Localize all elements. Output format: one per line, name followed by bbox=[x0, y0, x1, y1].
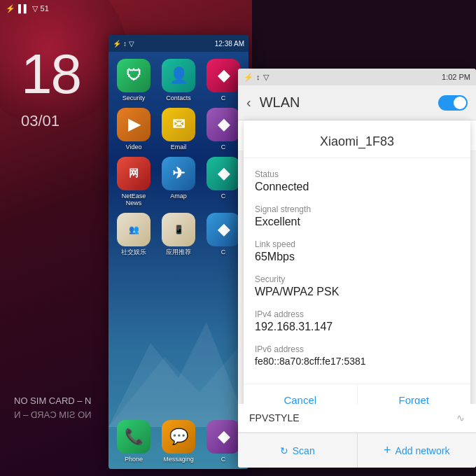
app-c3[interactable]: ◆ C bbox=[204, 157, 243, 208]
contacts-icon-img: 👤 bbox=[162, 59, 195, 92]
signal-icon: ▌▌ bbox=[18, 4, 29, 13]
home-status-bar: ⚡ ↕ ▽ 12:38 AM bbox=[108, 35, 248, 52]
lock-date: 03/01 bbox=[21, 112, 59, 130]
link-speed-row: Link speed 65Mbps bbox=[255, 234, 459, 269]
apps-recommend-label: 应用推荐 bbox=[166, 248, 191, 256]
no-sim-text: NO SIM CARD – N bbox=[14, 396, 92, 406]
wlan-time: 1:02 PM bbox=[442, 73, 470, 81]
status-row: Status Connected bbox=[255, 164, 459, 199]
wlan-bottom-actions: ↻ Scan + Add network bbox=[238, 433, 476, 468]
wifi-detail-body: Status Connected Signal strength Excelle… bbox=[244, 158, 470, 378]
amap-label: Amap bbox=[170, 192, 187, 200]
home-dock: 📞 Phone 💬 Messaging ◆ C bbox=[108, 420, 248, 463]
wlan-header: ‹ WLAN bbox=[238, 85, 476, 120]
add-network-label: Add network bbox=[396, 445, 450, 456]
home-time: 12:38 AM bbox=[215, 40, 244, 48]
ipv6-value: fe80::8a70:8cff:fe17:5381 bbox=[255, 356, 459, 367]
signal-label: Signal strength bbox=[255, 204, 459, 214]
security-label: Security bbox=[122, 94, 146, 102]
ipv4-label: IPv4 address bbox=[255, 309, 459, 319]
link-speed-label: Link speed bbox=[255, 239, 459, 249]
link-speed-value: 65Mbps bbox=[255, 251, 459, 263]
app-messaging[interactable]: 💬 Messaging bbox=[159, 420, 198, 463]
svg-marker-1 bbox=[108, 336, 248, 427]
wlan-panel: ⚡ ↕ ▽ 1:02 PM ‹ WLAN Xiaomi_1F83 ∿ Xiaom… bbox=[238, 69, 476, 468]
phone-icon-img: 📞 bbox=[117, 420, 150, 454]
scan-button[interactable]: ↻ Scan bbox=[238, 433, 358, 468]
add-network-button[interactable]: + Add network bbox=[358, 433, 477, 468]
c5-icon-img: ◆ bbox=[206, 420, 240, 454]
c3-label: C bbox=[221, 192, 226, 200]
wlan-status-icons: ⚡ ↕ ▽ bbox=[244, 73, 269, 82]
c4-label: C bbox=[221, 248, 226, 256]
ipv4-row: IPv4 address 192.168.31.147 bbox=[255, 304, 459, 339]
video-icon-img: ▶ bbox=[117, 108, 150, 141]
security-label: Security bbox=[255, 274, 459, 284]
video-label: Video bbox=[126, 144, 142, 151]
apps-recommend-icon-img: 📱 bbox=[162, 213, 195, 246]
status-value: Connected bbox=[255, 181, 459, 193]
fpvstyle-item[interactable]: FPVSTYLE ∿ bbox=[238, 404, 476, 433]
wifi-detail-dialog: Xiaomi_1F83 Status Connected Signal stre… bbox=[244, 120, 470, 416]
security-icon-img: 🛡 bbox=[117, 59, 150, 92]
c3-icon-img: ◆ bbox=[206, 157, 240, 190]
usb-icon: ⚡ bbox=[6, 4, 15, 13]
app-security[interactable]: 🛡 Security bbox=[114, 59, 153, 102]
social-label: 社交娱乐 bbox=[121, 248, 146, 256]
app-contacts[interactable]: 👤 Contacts bbox=[159, 59, 198, 102]
app-phone[interactable]: 📞 Phone bbox=[114, 420, 153, 463]
add-icon: + bbox=[384, 443, 391, 458]
mountain-decoration bbox=[108, 287, 248, 427]
security-value: WPA/WPA2 PSK bbox=[255, 286, 459, 298]
contacts-label: Contacts bbox=[166, 94, 191, 102]
app-video[interactable]: ▶ Video bbox=[114, 108, 153, 151]
ipv6-label: IPv6 address bbox=[255, 344, 459, 354]
usb-icon-home: ⚡ bbox=[113, 40, 121, 48]
app-email[interactable]: ✉ Email bbox=[159, 108, 198, 151]
home-screen: ⚡ ↕ ▽ 12:38 AM 🛡 Security 👤 Contacts ◆ C… bbox=[108, 35, 248, 469]
wlan-toggle[interactable] bbox=[438, 95, 468, 111]
lock-status-bar: ⚡ ▌▌ ▽ 51 bbox=[0, 0, 252, 17]
app-apps-recommend[interactable]: 📱 应用推荐 bbox=[159, 213, 198, 256]
wlan-wifi-icon: ▽ bbox=[263, 73, 269, 82]
wifi-detail-title: Xiaomi_1F83 bbox=[244, 120, 470, 158]
amap-icon-img: ✈ bbox=[162, 157, 195, 190]
c1-label: C bbox=[221, 94, 226, 102]
app-c2[interactable]: ◆ C bbox=[204, 108, 243, 151]
wifi-icon: ▽ bbox=[32, 4, 38, 13]
fpvstyle-wifi-icon: ∿ bbox=[456, 412, 465, 424]
email-icon-img: ✉ bbox=[162, 108, 195, 141]
signal-row: Signal strength Excellent bbox=[255, 199, 459, 234]
wlan-usb-icon: ⚡ bbox=[244, 73, 253, 82]
email-label: Email bbox=[171, 144, 187, 151]
scan-refresh-icon: ↻ bbox=[280, 445, 288, 456]
messaging-icon-img: 💬 bbox=[162, 420, 195, 454]
signal-icon-home: ↕ bbox=[123, 40, 127, 48]
home-apps-grid: 🛡 Security 👤 Contacts ◆ C ▶ Video ✉ Emai… bbox=[108, 52, 248, 263]
wifi-icon-home: ▽ bbox=[129, 40, 134, 48]
wlan-bottom-list: FPVSTYLE ∿ ↻ Scan + Add network bbox=[238, 404, 476, 468]
wlan-status-bar: ⚡ ↕ ▽ 1:02 PM bbox=[238, 69, 476, 85]
app-c1[interactable]: ◆ C bbox=[204, 59, 243, 102]
app-social[interactable]: 👥 社交娱乐 bbox=[114, 213, 153, 256]
phone-label: Phone bbox=[125, 456, 143, 463]
app-amap[interactable]: ✈ Amap bbox=[159, 157, 198, 208]
wlan-back-button[interactable]: ‹ bbox=[246, 94, 251, 111]
netease-icon-img: 网 bbox=[117, 157, 150, 190]
app-netease[interactable]: 网 NetEase News bbox=[114, 157, 153, 208]
app-c5[interactable]: ◆ C bbox=[204, 420, 243, 463]
app-c4[interactable]: ◆ C bbox=[204, 213, 243, 256]
lock-time: 18 bbox=[21, 42, 80, 106]
netease-label: NetEase News bbox=[114, 192, 153, 208]
c5-label: C bbox=[221, 456, 226, 463]
status-label: Status bbox=[255, 169, 459, 179]
home-status-right: 12:38 AM bbox=[215, 40, 244, 48]
wlan-signal-icon: ↕ bbox=[256, 73, 260, 81]
no-sim-text-mirror: NO SIM CARD – N bbox=[14, 410, 92, 420]
messaging-label: Messaging bbox=[163, 456, 194, 463]
c2-label: C bbox=[221, 144, 226, 151]
fpvstyle-label: FPVSTYLE bbox=[249, 412, 300, 424]
social-icon-img: 👥 bbox=[117, 213, 150, 246]
home-status-left: ⚡ ↕ ▽ bbox=[113, 40, 134, 48]
ipv6-row: IPv6 address fe80::8a70:8cff:fe17:5381 bbox=[255, 339, 459, 372]
